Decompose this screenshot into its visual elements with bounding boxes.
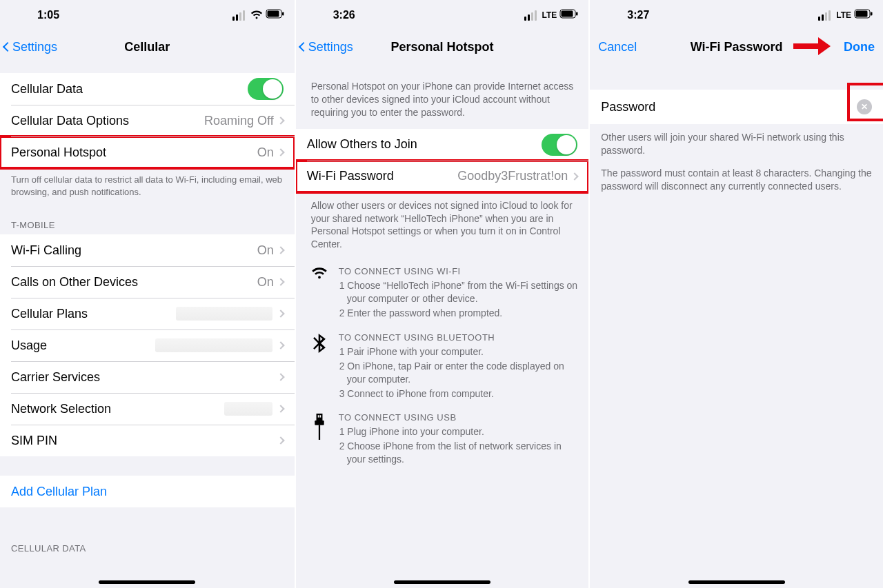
password-input[interactable]: [666, 100, 857, 114]
chevron-right-icon: [571, 172, 579, 180]
back-button[interactable]: Settings: [300, 40, 353, 54]
connect-bt-step2: 2 On iPhone, tap Pair or enter the code …: [339, 360, 578, 386]
status-time: 3:27: [599, 9, 750, 21]
wifi-password-label: Wi-Fi Password: [307, 169, 458, 183]
back-label: Settings: [12, 40, 57, 54]
hotspot-intro: Personal Hotspot on your iPhone can prov…: [296, 63, 589, 129]
connect-bt-step1: 1 Pair iPhone with your computer.: [339, 345, 578, 358]
network-selection-label: Network Selection: [11, 402, 224, 416]
chevron-right-icon: [277, 341, 284, 349]
svg-rect-7: [317, 416, 319, 418]
home-indicator[interactable]: [394, 580, 490, 584]
nav-bar: Settings Cellular: [0, 30, 295, 63]
battery-icon: [854, 9, 873, 21]
calls-other-row[interactable]: Calls on Other Devices On: [0, 266, 295, 298]
password-row[interactable]: Password: [590, 90, 883, 124]
personal-hotspot-value: On: [257, 145, 274, 160]
calls-other-label: Calls on Other Devices: [11, 275, 257, 290]
svg-rect-5: [576, 12, 578, 16]
connect-usb-title: TO CONNECT USING USB: [339, 412, 578, 423]
annotation-highlight: [849, 84, 883, 120]
group-add-plan: Add Cellular Plan: [0, 476, 295, 507]
wifi-icon: [250, 10, 263, 20]
cellular-signal-icon: [232, 10, 245, 21]
allow-others-row[interactable]: Allow Others to Join: [296, 129, 589, 161]
network-selection-row[interactable]: Network Selection: [0, 393, 295, 425]
lte-label: LTE: [836, 10, 851, 20]
done-label: Done: [844, 40, 875, 54]
allow-others-toggle[interactable]: [542, 134, 577, 156]
carrier-services-row[interactable]: Carrier Services: [0, 361, 295, 393]
chevron-right-icon: [277, 405, 284, 412]
cellular-data-section-header: CELLULAR DATA: [0, 507, 295, 558]
cellular-data-options-label: Cellular Data Options: [11, 114, 204, 128]
home-indicator[interactable]: [99, 580, 195, 584]
usage-row[interactable]: Usage: [0, 330, 295, 361]
usb-icon: [310, 412, 329, 467]
calls-other-value: On: [257, 275, 274, 290]
password-footer-1: Other users will join your shared Wi-Fi …: [590, 124, 883, 167]
svg-rect-10: [319, 425, 320, 440]
screen-cellular: 1:05 Settings Cellular Cellular Data Cel…: [0, 0, 295, 588]
connect-wifi-block: TO CONNECT USING WI-FI 1 Choose “HelloTe…: [296, 261, 589, 327]
chevron-right-icon: [277, 436, 284, 444]
svg-marker-15: [818, 37, 831, 55]
add-cellular-plan-label[interactable]: Add Cellular Plan: [11, 485, 284, 499]
carrier-header: T-MOBILE: [0, 207, 295, 234]
add-cellular-plan-row[interactable]: Add Cellular Plan: [0, 476, 295, 507]
chevron-right-icon: [277, 116, 284, 124]
sim-pin-row[interactable]: SIM PIN: [0, 425, 295, 456]
screen-personal-hotspot: 3:26 LTE Settings Personal Hotspot Perso…: [295, 0, 589, 588]
chevron-right-icon: [277, 373, 284, 381]
battery-icon: [266, 9, 285, 21]
nav-bar: Settings Personal Hotspot: [296, 30, 589, 63]
cancel-button[interactable]: Cancel: [598, 40, 637, 54]
wifi-calling-row[interactable]: Wi-Fi Calling On: [0, 234, 295, 266]
status-icons: [161, 9, 284, 21]
wifi-password-row[interactable]: Wi-Fi Password Goodby3Frustrat!on: [296, 161, 589, 192]
cellular-footer: Turn off cellular data to restrict all d…: [0, 168, 295, 207]
connect-bt-step3: 3 Connect to iPhone from computer.: [339, 387, 578, 401]
wifi-password-value: Goodby3Frustrat!on: [457, 169, 568, 183]
usage-value: [155, 338, 272, 352]
connect-bt-title: TO CONNECT USING BLUETOOTH: [339, 332, 578, 343]
nav-bar: Cancel Wi-Fi Password Done: [590, 30, 883, 63]
home-indicator[interactable]: [688, 580, 785, 584]
cellular-data-toggle[interactable]: [248, 78, 284, 100]
group-carrier: Wi-Fi Calling On Calls on Other Devices …: [0, 234, 295, 456]
group-cellular: Cellular Data Cellular Data Options Roam…: [0, 73, 295, 168]
password-footer-2: The password must contain at least 8 cha…: [590, 167, 883, 193]
status-time: 1:05: [10, 9, 161, 21]
usage-label: Usage: [11, 338, 155, 353]
connect-usb-block: TO CONNECT USING USB 1 Plug iPhone into …: [296, 407, 589, 473]
cellular-data-row[interactable]: Cellular Data: [0, 73, 295, 105]
nav-title: Personal Hotspot: [390, 40, 493, 54]
svg-rect-12: [855, 11, 867, 17]
lte-label: LTE: [542, 10, 557, 20]
group-password: Password: [590, 90, 883, 124]
connect-usb-step1: 1 Plug iPhone into your computer.: [339, 425, 578, 438]
wifi-icon: [310, 266, 329, 321]
back-button[interactable]: Settings: [4, 40, 57, 54]
cancel-label: Cancel: [598, 40, 637, 54]
svg-rect-4: [562, 11, 573, 17]
personal-hotspot-row[interactable]: Personal Hotspot On: [0, 136, 295, 168]
wifi-calling-value: On: [257, 243, 274, 258]
cellular-plans-value: [176, 307, 272, 321]
cellular-signal-icon: [524, 10, 537, 21]
chevron-back-icon: [299, 42, 308, 52]
hotspot-footer: Allow other users or devices not signed …: [296, 192, 589, 261]
cellular-data-options-row[interactable]: Cellular Data Options Roaming Off: [0, 105, 295, 136]
chevron-right-icon: [277, 278, 284, 285]
svg-rect-2: [282, 12, 284, 16]
svg-rect-8: [319, 416, 321, 418]
status-icons: LTE: [751, 9, 873, 21]
bluetooth-icon: [310, 332, 329, 402]
svg-rect-1: [267, 11, 279, 17]
connect-wifi-title: TO CONNECT USING WI-FI: [339, 266, 578, 276]
svg-rect-9: [315, 421, 324, 426]
cellular-plans-row[interactable]: Cellular Plans: [0, 298, 295, 330]
chevron-back-icon: [3, 42, 12, 52]
password-label: Password: [601, 100, 655, 114]
done-button[interactable]: Done: [844, 40, 875, 54]
